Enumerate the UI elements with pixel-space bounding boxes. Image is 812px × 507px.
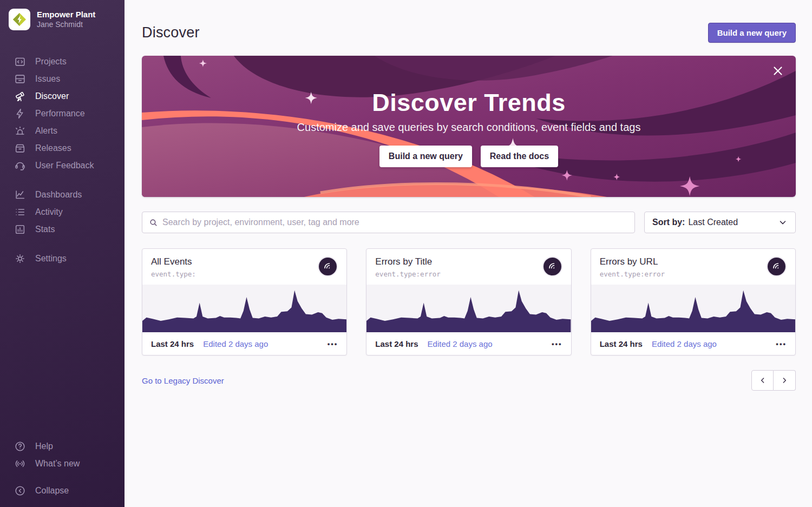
chevron-left-icon bbox=[758, 376, 767, 385]
sidebar-item-whats-new[interactable]: What’s new bbox=[0, 455, 125, 472]
pagination bbox=[751, 370, 796, 391]
sidebar-item-label: Alerts bbox=[35, 126, 57, 136]
query-card-errors-by-title[interactable]: Errors by Title event.type:error Last 24… bbox=[366, 248, 571, 355]
card-timeframe: Last 24 hrs bbox=[151, 339, 194, 348]
lightning-icon bbox=[14, 108, 26, 120]
card-query: event.type:error bbox=[600, 270, 665, 278]
sidebar-item-label: What’s new bbox=[35, 459, 80, 469]
sidebar-item-alerts[interactable]: Alerts bbox=[0, 122, 125, 140]
chevron-right-icon bbox=[780, 376, 789, 385]
sidebar-item-user-feedback[interactable]: User Feedback bbox=[0, 157, 125, 174]
overflow-menu-button[interactable]: ••• bbox=[776, 338, 787, 350]
search-input[interactable] bbox=[162, 218, 628, 227]
card-query: event.type: bbox=[151, 270, 196, 278]
bar-chart-icon bbox=[14, 223, 26, 235]
chevron-down-icon bbox=[778, 218, 788, 227]
primary-nav: Projects Issues Discover Performance Ale… bbox=[0, 53, 125, 267]
sentry-logo-badge bbox=[318, 256, 338, 276]
line-chart-icon bbox=[14, 189, 26, 201]
sidebar-item-performance[interactable]: Performance bbox=[0, 105, 125, 122]
card-title: All Events bbox=[151, 256, 196, 267]
sidebar-item-label: Activity bbox=[35, 207, 63, 217]
sentry-logo-badge bbox=[767, 256, 787, 276]
sidebar: Empower Plant Jane Schmidt Projects Issu… bbox=[0, 0, 125, 507]
issues-icon bbox=[14, 73, 26, 85]
query-card-all-events[interactable]: All Events event.type: Last 24 hrs Edite… bbox=[142, 248, 347, 355]
broadcast-icon bbox=[14, 458, 26, 470]
help-icon bbox=[14, 440, 26, 452]
overflow-menu-button[interactable]: ••• bbox=[328, 338, 338, 350]
sidebar-item-dashboards[interactable]: Dashboards bbox=[0, 186, 125, 203]
card-timeframe: Last 24 hrs bbox=[375, 339, 418, 348]
sidebar-item-label: Settings bbox=[35, 254, 67, 264]
main-content: Discover Build a new query bbox=[125, 0, 812, 507]
sidebar-item-label: Collapse bbox=[35, 486, 69, 496]
card-edited: Edited 2 days ago bbox=[428, 339, 493, 348]
projects-icon bbox=[14, 56, 26, 68]
list-icon bbox=[14, 206, 26, 218]
build-new-query-button[interactable]: Build a new query bbox=[708, 23, 796, 43]
headset-icon bbox=[14, 160, 26, 172]
banner-close-button[interactable] bbox=[771, 63, 786, 78]
sidebar-item-releases[interactable]: Releases bbox=[0, 140, 125, 157]
legacy-discover-link[interactable]: Go to Legacy Discover bbox=[142, 376, 224, 385]
card-chart bbox=[142, 285, 346, 332]
sidebar-item-collapse[interactable]: Collapse bbox=[0, 482, 125, 499]
siren-icon bbox=[14, 125, 26, 137]
sort-value: Last Created bbox=[688, 218, 738, 227]
prev-page-button[interactable] bbox=[751, 370, 774, 391]
saved-queries-grid: All Events event.type: Last 24 hrs Edite… bbox=[142, 248, 796, 355]
sidebar-item-label: Discover bbox=[35, 91, 69, 101]
sidebar-item-help[interactable]: Help bbox=[0, 438, 125, 455]
sidebar-item-label: Releases bbox=[35, 143, 71, 153]
card-chart bbox=[366, 285, 571, 332]
sentry-logo-icon bbox=[771, 261, 782, 272]
sidebar-item-label: User Feedback bbox=[35, 161, 94, 170]
sidebar-footer-nav: Help What’s new Collapse bbox=[0, 438, 125, 499]
sidebar-item-stats[interactable]: Stats bbox=[0, 221, 125, 238]
sidebar-item-activity[interactable]: Activity bbox=[0, 203, 125, 221]
card-edited: Edited 2 days ago bbox=[652, 339, 717, 348]
sort-label: Sort by: bbox=[652, 218, 685, 227]
archive-icon bbox=[14, 142, 26, 154]
sidebar-item-label: Performance bbox=[35, 109, 85, 118]
sidebar-item-projects[interactable]: Projects bbox=[0, 53, 125, 70]
banner-title: Discover Trends bbox=[372, 89, 566, 117]
card-title: Errors by URL bbox=[600, 256, 665, 267]
close-icon bbox=[771, 64, 785, 78]
sort-dropdown[interactable]: Sort by: Last Created bbox=[644, 212, 796, 233]
org-switcher[interactable]: Empower Plant Jane Schmidt bbox=[0, 9, 125, 30]
search-icon bbox=[149, 218, 158, 227]
card-title: Errors by Title bbox=[375, 256, 440, 267]
overflow-menu-button[interactable]: ••• bbox=[552, 338, 562, 350]
sidebar-item-label: Dashboards bbox=[35, 190, 82, 200]
banner-build-query-button[interactable]: Build a new query bbox=[379, 146, 472, 167]
telescope-icon bbox=[14, 90, 26, 102]
sidebar-item-discover[interactable]: Discover bbox=[0, 88, 125, 105]
sidebar-item-label: Stats bbox=[35, 225, 55, 234]
card-timeframe: Last 24 hrs bbox=[600, 339, 643, 348]
card-edited: Edited 2 days ago bbox=[203, 339, 268, 348]
sentry-logo-icon bbox=[322, 261, 333, 272]
sidebar-item-settings[interactable]: Settings bbox=[0, 250, 125, 267]
sidebar-item-label: Issues bbox=[35, 74, 60, 84]
empower-plant-logo-icon bbox=[12, 12, 27, 27]
search-box bbox=[142, 212, 635, 233]
user-name: Jane Schmidt bbox=[37, 20, 95, 30]
card-chart bbox=[591, 285, 795, 332]
sidebar-item-issues[interactable]: Issues bbox=[0, 70, 125, 88]
card-query: event.type:error bbox=[375, 270, 440, 278]
sentry-logo-badge bbox=[542, 256, 562, 276]
sidebar-item-label: Projects bbox=[35, 57, 67, 67]
org-avatar bbox=[9, 9, 30, 30]
page-title: Discover bbox=[142, 24, 200, 41]
sentry-logo-icon bbox=[547, 261, 558, 272]
org-name: Empower Plant bbox=[37, 10, 95, 20]
query-card-errors-by-url[interactable]: Errors by URL event.type:error Last 24 h… bbox=[591, 248, 796, 355]
banner-read-docs-button[interactable]: Read the docs bbox=[481, 146, 558, 167]
discover-trends-banner: Discover Trends Customize and save queri… bbox=[142, 56, 796, 197]
sidebar-item-label: Help bbox=[35, 442, 53, 451]
gear-icon bbox=[14, 253, 26, 265]
banner-subtitle: Customize and save queries by search con… bbox=[297, 121, 641, 134]
next-page-button[interactable] bbox=[774, 370, 796, 391]
